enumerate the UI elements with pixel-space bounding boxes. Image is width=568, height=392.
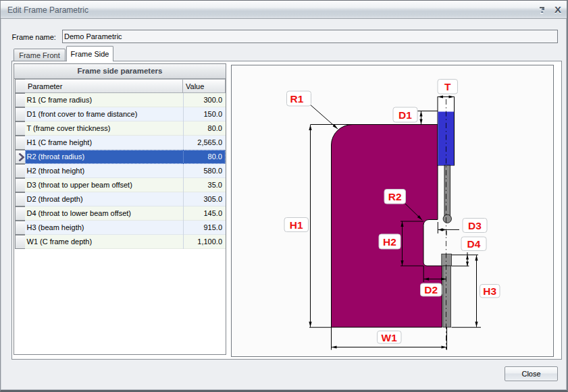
- svg-text:D2: D2: [424, 284, 438, 296]
- svg-text:W1: W1: [382, 332, 398, 343]
- svg-text:R1: R1: [290, 93, 304, 105]
- svg-text:D1: D1: [398, 109, 412, 121]
- svg-text:R2: R2: [388, 191, 402, 202]
- svg-text:H3: H3: [483, 285, 496, 297]
- svg-text:D4: D4: [467, 238, 481, 250]
- svg-text:H1: H1: [290, 219, 303, 231]
- svg-text:T: T: [444, 81, 451, 92]
- svg-text:D3: D3: [468, 220, 482, 231]
- svg-text:H2: H2: [383, 236, 396, 248]
